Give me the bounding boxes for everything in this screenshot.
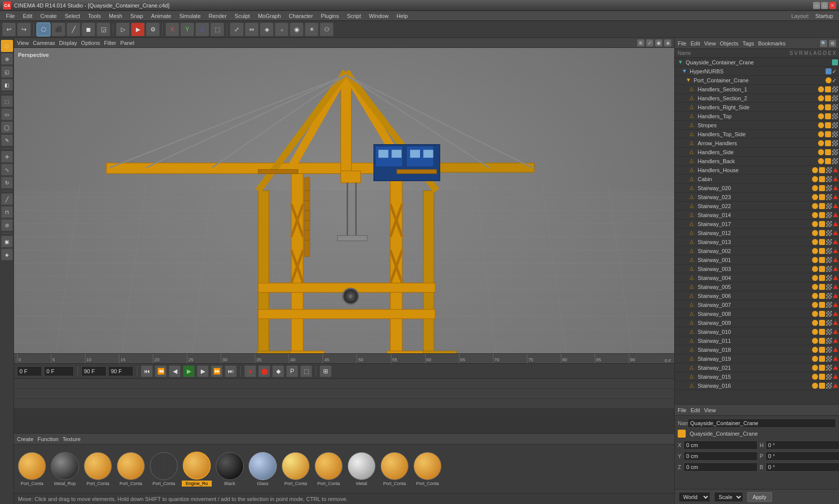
obj-row-18[interactable]: △Stairway_014 [675, 211, 839, 220]
menu-sculpt[interactable]: Sculpt [231, 12, 254, 20]
attr-view-menu[interactable]: View [704, 407, 716, 413]
mat-function-menu[interactable]: Function [37, 436, 58, 442]
obj-objects-menu[interactable]: Objects [720, 40, 738, 46]
magnet-button[interactable]: ⊓ [1, 206, 13, 218]
coord-z-input[interactable] [684, 463, 758, 472]
obj-tags-menu[interactable]: Tags [743, 40, 754, 46]
material-item-11[interactable]: Metal [347, 452, 377, 486]
go-start-button[interactable]: ⏮ [141, 365, 153, 377]
obj-row-12[interactable]: △Handlers_Back [675, 157, 839, 166]
scale-select[interactable]: Scale [714, 492, 743, 502]
obj-row-16[interactable]: △Stairway_023 [675, 193, 839, 202]
render-view-button[interactable]: ▷ [116, 22, 130, 36]
menu-select[interactable]: Select [61, 12, 84, 20]
obj-row-crane[interactable]: ▼ Port_Container_Crane ✓ [675, 76, 839, 85]
select-z-button[interactable]: Z [195, 22, 209, 36]
vp-cameras-menu[interactable]: Cameras [33, 40, 55, 46]
anim-tool-button[interactable]: ◈ [260, 22, 274, 36]
next-frame-button[interactable]: ▶ [197, 365, 209, 377]
menu-file[interactable]: File [2, 12, 19, 20]
render-button[interactable]: ▶ [131, 22, 145, 36]
attr-file-menu[interactable]: File [678, 407, 687, 413]
obj-row-4[interactable]: △Handlers_Section_1 [675, 85, 839, 94]
poly-mode-button[interactable]: ◼ [81, 22, 95, 36]
layout-toggle-button[interactable]: ⊞ [320, 365, 332, 377]
obj-row-6[interactable]: △Handlers_Right_Side [675, 103, 839, 112]
obj-row-9[interactable]: △Handlers_Top_Side [675, 130, 839, 139]
close-button[interactable]: ✕ [829, 2, 836, 9]
menu-plugins[interactable]: Plugins [317, 12, 343, 20]
obj-row-26[interactable]: △Stairway_005 [675, 282, 839, 291]
material-item-12[interactable]: Port_Conta [380, 452, 410, 486]
rect-selection-button[interactable]: ▭ [1, 108, 13, 120]
obj-row-14[interactable]: △Cabin [675, 175, 839, 184]
coord-b-input[interactable] [766, 463, 839, 472]
scale-adjust-button[interactable]: ⇔ [245, 22, 259, 36]
obj-row-17[interactable]: △Stairway_022 [675, 202, 839, 211]
next-key-button[interactable]: ⏩ [211, 365, 223, 377]
go-end-button[interactable]: ⏭ [225, 365, 237, 377]
world-select[interactable]: World Object Parent [679, 492, 710, 502]
move-tool-button[interactable]: ⤢ [230, 22, 244, 36]
obj-row-23[interactable]: △Stairway_001 [675, 255, 839, 264]
obj-row-20[interactable]: △Stairway_012 [675, 229, 839, 238]
menu-script[interactable]: Script [343, 12, 365, 20]
fps-input[interactable] [108, 366, 133, 376]
coord-x-input[interactable] [684, 441, 758, 450]
material-item-10[interactable]: Port_Conta [314, 452, 344, 486]
play-button[interactable]: ▶ [183, 365, 195, 377]
vp-icon-1[interactable]: ⊕ [637, 39, 644, 46]
scale-button[interactable]: ⤡ [1, 164, 13, 176]
obj-row-37[interactable]: △Stairway_016 [675, 381, 839, 390]
obj-row-8[interactable]: △Stropes [675, 121, 839, 130]
obj-row-25[interactable]: △Stairway_004 [675, 273, 839, 282]
xpresso-button[interactable]: ◉ [290, 22, 304, 36]
vp-options-menu[interactable]: Options [81, 40, 100, 46]
obj-row-27[interactable]: △Stairway_006 [675, 291, 839, 300]
obj-row-28[interactable]: △Stairway_007 [675, 300, 839, 309]
obj-row-35[interactable]: △Stairway_021 [675, 363, 839, 372]
obj-row-22[interactable]: △Stairway_002 [675, 247, 839, 255]
brush-button[interactable]: ⊘ [1, 219, 13, 231]
redo-button[interactable]: ↪ [17, 22, 31, 36]
move-button[interactable]: ✛ [1, 151, 13, 163]
vp-panel-menu[interactable]: Panel [120, 40, 134, 46]
obj-row-7[interactable]: △Handlers_Top [675, 112, 839, 121]
obj-file-menu[interactable]: File [678, 40, 687, 46]
select-y-button[interactable]: Y [180, 22, 194, 36]
obj-view-menu[interactable]: View [704, 40, 716, 46]
render-queue-button[interactable]: ⬚ [210, 22, 224, 36]
key-mode-button[interactable]: P [286, 365, 298, 377]
obj-tree[interactable]: ▼ Quayside_Container_Crane ▼ HyperNURBS … [675, 58, 839, 404]
freehand-selection-button[interactable]: ✎ [1, 134, 13, 146]
obj-bookmarks-menu[interactable]: Bookmarks [758, 40, 786, 46]
vp-icon-2[interactable]: ⤢ [646, 39, 653, 46]
obj-row-30[interactable]: △Stairway_009 [675, 318, 839, 327]
attr-name-input[interactable] [688, 419, 836, 428]
key-all-button[interactable]: ⬚ [300, 365, 312, 377]
vp-view-menu[interactable]: View [17, 40, 29, 46]
obj-row-31[interactable]: △Stairway_010 [675, 327, 839, 336]
obj-row-15[interactable]: △Stairway_020 [675, 184, 839, 193]
minimize-button[interactable]: ─ [813, 2, 820, 9]
obj-row-root[interactable]: ▼ Quayside_Container_Crane [675, 58, 839, 67]
render-settings-button[interactable]: ⚙ [146, 22, 160, 36]
obj-row-34[interactable]: △Stairway_019 [675, 354, 839, 363]
vp-icon-3[interactable]: ◉ [655, 39, 662, 46]
frame-range-input[interactable] [44, 366, 74, 376]
rotate-button[interactable]: ↻ [1, 177, 13, 189]
obj-row-19[interactable]: △Stairway_017 [675, 220, 839, 229]
material-item-13[interactable]: Port_Conta [413, 452, 442, 486]
viewport[interactable]: Perspective [14, 48, 674, 353]
material-item-6[interactable]: Engine_Ro [182, 452, 212, 487]
paint-button[interactable]: ◈ [1, 249, 13, 260]
camera-button[interactable]: ⚇ [320, 22, 334, 36]
material-item-2[interactable]: Metal_Rop [50, 452, 80, 486]
coord-p-input[interactable] [766, 452, 839, 461]
obj-row-33[interactable]: △Stairway_018 [675, 345, 839, 354]
weight-tool-button[interactable]: ◧ [1, 79, 13, 91]
end-frame-input[interactable] [81, 366, 106, 376]
obj-edit-menu[interactable]: Edit [691, 40, 700, 46]
menu-edit[interactable]: Edit [19, 12, 36, 20]
material-item-9[interactable]: Port_Conta [281, 452, 311, 486]
